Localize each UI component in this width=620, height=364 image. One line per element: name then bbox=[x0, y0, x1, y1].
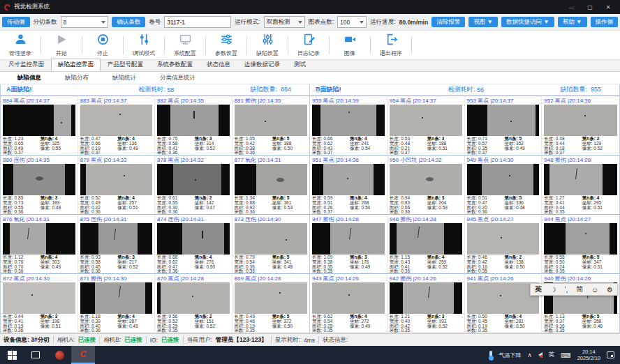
defect-cell[interactable]: 877 氧化 |20:14:31长度: 1.34宽度: 0.88面积: 0.92… bbox=[232, 155, 310, 214]
ime-simplified-button[interactable]: 简 bbox=[576, 285, 583, 294]
defect-image bbox=[312, 282, 385, 314]
admin-login-button[interactable]: 管理登录 bbox=[1, 33, 39, 57]
tray-overflow-caret-icon[interactable]: ∧ bbox=[527, 351, 531, 358]
defect-cell[interactable]: 950 小凹坑 |20:14:32长度: 0.94宽度: 0.83面积: 0.6… bbox=[388, 155, 465, 214]
defect-cell[interactable]: 872 黑点 |20:14:30长度: 0.44宽度: 0.41面积: 0.15… bbox=[1, 273, 78, 333]
defect-cell[interactable]: 946 擦伤 |20:14:28长度: 1.15宽度: 0.43面积: 0.41… bbox=[388, 214, 465, 273]
stop-button[interactable]: 停止 bbox=[84, 33, 121, 57]
tab-edge-data-record[interactable]: 边缘数据记录 bbox=[237, 59, 287, 71]
defect-info: 长度: 0.58宽度: 0.50面积: 0.24米数: 0.35第n条: 5坐标… bbox=[542, 255, 619, 273]
parameter-settings-button[interactable]: 参数设置 bbox=[207, 33, 245, 57]
close-icon[interactable]: ✕ bbox=[600, 1, 616, 13]
defect-cell[interactable]: 878 黑点 |20:14:32长度: 0.61宽度: 0.55面积: 0.30… bbox=[155, 155, 232, 214]
tab-status-info[interactable]: 状态信息 bbox=[200, 59, 237, 71]
taskbar-app-1[interactable] bbox=[47, 346, 71, 364]
taskbar-clock[interactable]: 20:14 2025/2/10 bbox=[577, 349, 600, 361]
defect-cell[interactable]: 879 黑点 |20:14:33长度: 0.52宽度: 0.49面积: 0.22… bbox=[78, 155, 156, 214]
defect-cell[interactable]: 953 黑点 |20:14:37长度: 0.71宽度: 0.57面积: 0.35… bbox=[465, 96, 542, 155]
log-record-button[interactable]: 日志记录 bbox=[290, 33, 327, 57]
subtab-defect-info[interactable]: 缺陷信息 bbox=[7, 73, 52, 84]
defect-cell[interactable]: 949 黑点 |20:14:30长度: 0.51宽度: 0.47面积: 0.20… bbox=[465, 155, 542, 214]
defect-settings-button[interactable]: 缺陷设置 bbox=[249, 33, 286, 57]
defect-cell[interactable]: 943 黑点 |20:14:26长度: 0.62宽度: 0.54面积: 0.28… bbox=[310, 273, 388, 333]
notification-center-icon[interactable] bbox=[607, 351, 614, 358]
ime-lang-button[interactable]: 英 bbox=[535, 285, 542, 294]
ime-emoji-icon[interactable]: ☺ bbox=[591, 286, 598, 294]
clear-alarm-button[interactable]: 清除报警 bbox=[431, 17, 465, 27]
tab-test[interactable]: 测试 bbox=[287, 59, 313, 71]
defect-cell[interactable]: 884 黑点 |20:14:37长度: 1.23宽度: 0.65面积: 0.49… bbox=[1, 96, 78, 155]
debug-mode-button[interactable]: 调试模式 bbox=[125, 33, 163, 57]
defect-cell[interactable]: 883 黑点 |20:14:37长度: 0.47宽度: 0.66面积: 0.19… bbox=[78, 96, 156, 155]
defect-cell[interactable]: 882 黑点 |20:14:35长度: 0.75宽度: 0.58面积: 0.41… bbox=[155, 96, 232, 155]
defect-cell[interactable]: 944 黑点 |20:14:27长度: 0.58宽度: 0.50面积: 0.24… bbox=[542, 214, 619, 273]
defect-cell[interactable]: 874 压伤 |20:14:31长度: 0.88宽度: 0.62面积: 0.47… bbox=[155, 214, 232, 273]
defect-cell[interactable]: 873 压伤 |20:14:30长度: 0.79宽度: 0.54面积: 0.36… bbox=[232, 214, 310, 273]
tab-defect-monitor[interactable]: 缺陷监控界面 bbox=[51, 59, 101, 71]
system-config-button[interactable]: 系统配置 bbox=[166, 33, 204, 57]
tab-system-param-config[interactable]: 系统参数配置 bbox=[150, 59, 200, 71]
defect-info: 长度: 1.23宽度: 0.65面积: 0.49米数: 0.37第n条: 4坐标… bbox=[1, 136, 78, 155]
defect-cell[interactable]: 870 黑点 |20:14:28长度: 0.56宽度: 0.52面积: 0.25… bbox=[155, 273, 232, 333]
subtab-defect-statistics[interactable]: 缺陷统计 bbox=[102, 73, 147, 84]
defect-cell[interactable]: 952 黑点 |20:14:36长度: 0.48宽度: 0.44面积: 0.18… bbox=[542, 96, 619, 155]
defect-cell[interactable]: 941 黑点 |20:14:26长度: 0.50宽度: 0.45面积: 0.19… bbox=[465, 273, 542, 333]
defect-image bbox=[312, 105, 385, 136]
defect-cell[interactable]: 871 擦伤 |20:14:30长度: 1.18宽度: 0.39面积: 0.40… bbox=[78, 273, 156, 333]
defect-cell[interactable]: 881 擦伤 |20:14:35长度: 1.05宽度: 0.42面积: 0.38… bbox=[232, 96, 310, 155]
tab-product-model-config[interactable]: 产品型号配置 bbox=[101, 59, 150, 71]
defect-info: 长度: 0.56宽度: 0.52面积: 0.25米数: 0.35第n条: 2坐标… bbox=[155, 314, 232, 333]
defect-mark bbox=[501, 237, 502, 238]
defect-mark bbox=[426, 177, 434, 181]
defect-mark bbox=[422, 117, 423, 119]
roll-number-input[interactable] bbox=[164, 16, 231, 28]
defect-mark bbox=[276, 178, 284, 182]
start-button[interactable]: 开始 bbox=[43, 33, 80, 57]
defect-info: 长度: 1.15宽度: 0.43面积: 0.41米数: 0.35第n条: 4坐标… bbox=[388, 255, 464, 273]
defect-cell[interactable]: 940 擦伤 |20:14:26长度: 1.13宽度: 0.37面积: 0.36… bbox=[542, 273, 619, 333]
drive-side-button[interactable]: 传动侧 bbox=[2, 17, 30, 27]
defect-cell[interactable]: 954 黑点 |20:14:37长度: 0.53宽度: 0.48面积: 0.21… bbox=[388, 96, 465, 155]
subtab-class-info-statistics[interactable]: 分类信息统计 bbox=[149, 73, 206, 84]
speaker-muted-icon[interactable] bbox=[538, 352, 542, 358]
chart-points-select[interactable]: 100 bbox=[337, 16, 367, 28]
minimize-icon[interactable]: — bbox=[564, 1, 580, 13]
task-view-button[interactable] bbox=[24, 346, 47, 364]
defect-cell[interactable]: 951 黑点 |20:14:36长度: 0.59宽度: 0.51面积: 0.26… bbox=[310, 155, 388, 214]
help-menu-button[interactable]: 帮助 ▼ bbox=[558, 17, 587, 27]
defect-image bbox=[235, 164, 308, 195]
defect-cell[interactable]: 945 黑点 |20:14:27长度: 0.46宽度: 0.42面积: 0.16… bbox=[465, 214, 542, 273]
image-button[interactable]: 图像 bbox=[331, 33, 369, 57]
panel-b-count-value: 955 bbox=[591, 86, 601, 93]
view-menu-button[interactable]: 视图 ▼ bbox=[468, 17, 498, 27]
defect-cell[interactable]: 947 擦伤 |20:14:28长度: 1.09宽度: 0.38面积: 0.35… bbox=[310, 214, 388, 273]
maximize-icon[interactable]: ▢ bbox=[582, 1, 598, 13]
ime-punctuation-button[interactable]: ’, bbox=[564, 286, 568, 294]
taskbar-app-active[interactable]: C bbox=[71, 346, 95, 364]
defect-cell[interactable]: 880 压伤 |20:14:35长度: 0.85宽度: 0.73面积: 0.55… bbox=[1, 155, 78, 214]
slit-count-select[interactable]: 8 bbox=[61, 16, 109, 28]
tab-size-monitor[interactable]: 尺寸监控界面 bbox=[1, 59, 51, 71]
defect-image bbox=[80, 105, 153, 136]
run-mode-select[interactable]: 双面检测 bbox=[264, 16, 305, 28]
defect-cell[interactable]: 948 擦伤 |20:14:28长度: 1.27宽度: 0.41面积: 0.44… bbox=[542, 155, 619, 214]
data-quick-access-button[interactable]: 数据快捷访问 ▼ bbox=[501, 17, 554, 27]
defect-cell[interactable]: 942 擦伤 |20:14:26长度: 1.21宽度: 0.40面积: 0.42… bbox=[388, 273, 465, 333]
defect-cell[interactable]: 869 黑点 |20:14:28长度: 0.49宽度: 0.46面积: 0.19… bbox=[232, 273, 310, 333]
start-menu-button[interactable] bbox=[0, 346, 24, 364]
defect-cell-title: 879 黑点 |20:14:33 bbox=[78, 156, 155, 163]
ime-moon-icon[interactable]: ☽ bbox=[550, 286, 556, 294]
ime-language-indicator[interactable]: 英 bbox=[549, 351, 555, 359]
weather-text[interactable]: 气温下降 bbox=[499, 351, 521, 359]
ime-settings-gear-icon[interactable]: ⚙ bbox=[607, 286, 613, 294]
exit-program-button[interactable]: 退出程序 bbox=[372, 33, 410, 57]
defect-info: 长度: 0.62宽度: 0.54面积: 0.28米数: 0.35第n条: 4坐标… bbox=[310, 314, 387, 333]
defect-mark bbox=[575, 168, 577, 179]
keyboard-icon[interactable]: ⌨ bbox=[561, 351, 570, 359]
subtab-defect-distribution[interactable]: 缺陷分布 bbox=[54, 73, 99, 84]
confirm-count-button[interactable]: 确认条数 bbox=[112, 17, 145, 27]
defect-cell[interactable]: 875 压伤 |20:14:31长度: 0.93宽度: 0.58面积: 0.45… bbox=[78, 214, 156, 273]
operator-side-button[interactable]: 操作侧 bbox=[591, 17, 619, 27]
defect-cell[interactable]: 876 氧化 |20:14:31长度: 1.12宽度: 0.76面积: 0.70… bbox=[1, 214, 78, 273]
defect-cell[interactable]: 955 黑点 |20:14:39长度: 0.66宽度: 0.62面积: 0.43… bbox=[310, 96, 388, 155]
